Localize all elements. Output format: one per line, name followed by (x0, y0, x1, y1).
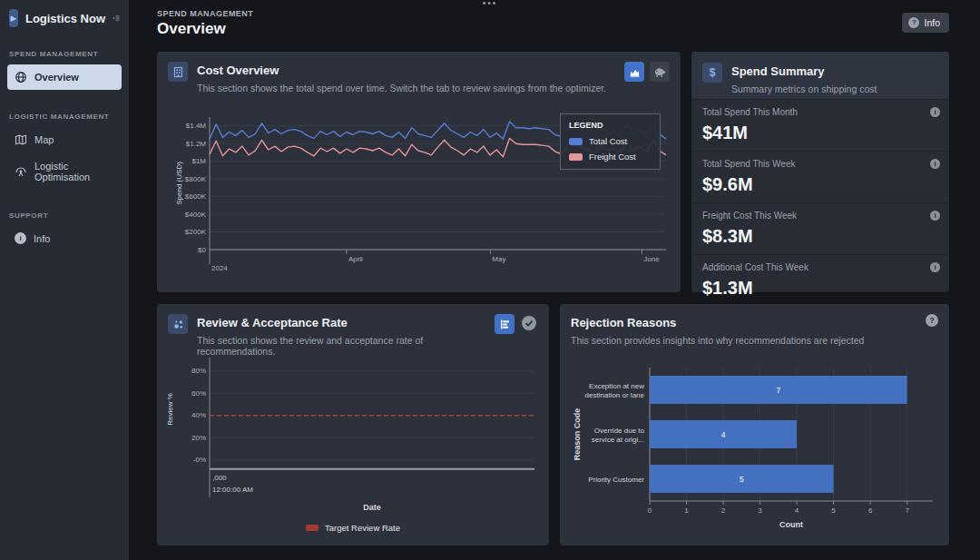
svg-text:$200K: $200K (185, 228, 207, 236)
question-icon: ? (908, 17, 919, 28)
svg-text:Count: Count (779, 520, 803, 529)
hbar-chart-icon (499, 319, 511, 330)
breadcrumb: SPEND MANAGEMENT (157, 9, 253, 18)
brand-title: Logistics Now (25, 12, 105, 25)
sidebar-section-support: SUPPORT (9, 211, 120, 220)
spend-summary-header: $ Spend Summary Summary metrics on shipp… (691, 52, 949, 99)
window-drag-handle[interactable]: ••• (483, 0, 498, 8)
svg-text:60%: 60% (191, 389, 206, 398)
svg-text:-0%: -0% (193, 456, 206, 464)
metric-value: $41M (702, 123, 938, 143)
review-rate-chart: 80%60%40%20%-0%Review %,00012:00:00 AMDa… (159, 352, 544, 543)
svg-text:6: 6 (868, 506, 873, 515)
header-info-label: Info (924, 17, 940, 28)
svg-text:7: 7 (776, 386, 780, 395)
svg-text:Review %: Review % (166, 393, 174, 426)
map-icon (15, 133, 27, 146)
cost-chart-legend: LEGEND Total Cost Freight Cost (560, 113, 661, 170)
svg-text:0: 0 (648, 506, 652, 515)
svg-text:12:00:00 AM: 12:00:00 AM (212, 486, 253, 494)
svg-text:3: 3 (758, 506, 762, 515)
svg-text:7: 7 (905, 506, 909, 515)
svg-text:$1.2M: $1.2M (186, 140, 207, 148)
legend-item-total-cost: Total Cost (569, 136, 652, 146)
legend-label: Freight Cost (589, 152, 636, 162)
dollar-icon: $ (702, 63, 722, 83)
info-icon[interactable]: i (930, 159, 940, 169)
card-title: Review & Acceptance Rate (197, 316, 485, 329)
sidebar-item-map[interactable]: Map (7, 127, 122, 152)
app-logo-icon: ▶ (9, 9, 18, 27)
sidebar-section-logistic: LOGISTIC MANAGEMENT (9, 113, 120, 121)
svg-text:$600K: $600K (185, 192, 207, 201)
card-title: Rejection Reasons (571, 316, 864, 329)
review-chart-tab-button[interactable] (495, 314, 514, 334)
metric-label: Additional Cost This Week (702, 262, 938, 272)
piggy-bank-icon (653, 66, 666, 78)
svg-text:1: 1 (684, 506, 689, 515)
card-title: Spend Summary (731, 64, 877, 78)
cost-chart-tab-button[interactable] (624, 62, 644, 82)
legend-item-freight-cost: Freight Cost (569, 152, 652, 162)
svg-text:2024: 2024 (211, 264, 228, 272)
metric-freight-cost-week: Freight Cost This Week $8.3M i (691, 202, 949, 254)
card-title: Cost Overview (197, 64, 606, 77)
svg-text:Priority Customer: Priority Customer (588, 476, 644, 484)
cost-overview-card: Cost Overview This section shows the tot… (157, 52, 681, 292)
svg-text:,000: ,000 (212, 474, 227, 482)
svg-text:5: 5 (740, 475, 744, 484)
metric-value: $1.3M (702, 278, 938, 299)
review-accept-tab-button[interactable] (520, 314, 538, 332)
cost-savings-tab-button[interactable] (650, 62, 670, 82)
rejection-reasons-header: Rejection Reasons This section provides … (560, 304, 949, 346)
info-icon[interactable]: i (930, 211, 940, 221)
rejection-reasons-card: Rejection Reasons This section provides … (560, 304, 949, 545)
svg-text:Override due to: Override due to (594, 427, 645, 435)
spend-summary-card: $ Spend Summary Summary metrics on shipp… (691, 52, 949, 292)
info-icon: i (15, 232, 26, 244)
svg-text:Date: Date (363, 503, 381, 512)
svg-text:$1M: $1M (191, 157, 206, 165)
svg-text:$1.4M: $1.4M (186, 122, 207, 130)
review-rate-card: Review & Acceptance Rate This section sh… (157, 304, 549, 545)
metric-label: Freight Cost This Week (702, 211, 938, 221)
sidebar-item-logistic-optimisation[interactable]: Logistic Optimisation (7, 154, 122, 189)
sidebar-item-label: Overview (34, 72, 79, 83)
info-icon[interactable]: i (930, 262, 940, 272)
metric-additional-cost-week: Additional Cost This Week $1.3M i (691, 254, 949, 306)
brand-row: ▶ Logistics Now (0, 0, 129, 27)
metric-list: Total Spend This Month $41M i Total Spen… (691, 99, 949, 292)
svg-text:April: April (348, 255, 363, 263)
globe-icon (15, 71, 27, 84)
svg-text:$400K: $400K (185, 211, 207, 219)
card-subtitle: Summary metrics on shipping cost (731, 84, 877, 94)
metric-value: $9.6M (702, 174, 938, 195)
cost-overview-header: Cost Overview This section shows the tot… (157, 52, 681, 93)
svg-text:$800K: $800K (185, 175, 207, 183)
scatter-icon (168, 314, 188, 334)
svg-text:2: 2 (721, 506, 726, 515)
sidebar-item-overview[interactable]: Overview (7, 64, 122, 90)
legend-label: Total Cost (589, 136, 627, 146)
card-subtitle: This section shows the total spend over … (197, 83, 606, 93)
sidebar-collapse-icon[interactable] (113, 12, 120, 25)
building-chart-icon (168, 62, 188, 82)
metric-label: Total Spend This Month (702, 107, 938, 117)
svg-text:4: 4 (795, 506, 799, 515)
svg-text:Spend (USD): Spend (USD) (175, 162, 183, 205)
help-icon[interactable]: ? (926, 314, 938, 327)
metric-total-spend-week: Total Spend This Week $9.6M i (691, 151, 949, 202)
sidebar-item-label: Map (34, 134, 54, 145)
rejection-reasons-chart: 012345677Exception at newdestination or … (563, 355, 944, 536)
svg-text:5: 5 (831, 506, 836, 515)
check-circle-icon (520, 314, 538, 332)
svg-text:destination or lane: destination or lane (585, 391, 645, 399)
total-cost-swatch (569, 138, 583, 145)
header-info-button[interactable]: ? Info (902, 13, 949, 33)
metric-total-spend-month: Total Spend This Month $41M i (691, 99, 949, 151)
sidebar-item-label: Info (34, 233, 50, 244)
sidebar-item-info[interactable]: i Info (7, 226, 122, 251)
svg-text:May: May (492, 255, 505, 263)
info-icon[interactable]: i (930, 107, 940, 117)
app-root: ▶ Logistics Now SPEND MANAGEMENT Overvie… (0, 0, 980, 560)
